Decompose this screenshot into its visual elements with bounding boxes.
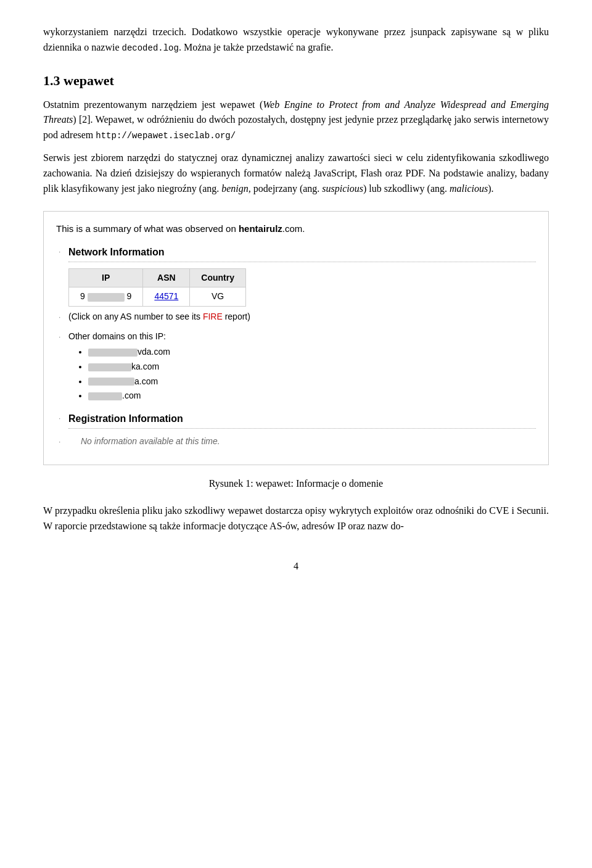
- registration-title-row: · Registration Information: [68, 411, 536, 429]
- network-section-title-row: · Network Information: [68, 245, 536, 262]
- ip-cell: 9 9: [69, 287, 143, 307]
- asn-link[interactable]: 44571: [154, 291, 178, 301]
- other-domains-row: · Other domains on this IP:: [68, 330, 536, 344]
- intro-para1: wykorzystaniem narzędzi trzecich. Dodatk…: [43, 25, 549, 56]
- final-para: W przypadku określenia pliku jako szkodl…: [43, 503, 549, 534]
- col-country: Country: [190, 268, 246, 287]
- intro-para3: Serwis jest zbiorem narzędzi do statyczn…: [43, 151, 549, 196]
- domain-redacted: [88, 363, 131, 371]
- network-section: · Network Information IP ASN Country 9: [56, 245, 536, 403]
- country-cell: VG: [190, 287, 246, 307]
- list-item: a.com: [88, 375, 536, 389]
- page-number: 4: [43, 559, 549, 574]
- ip-redacted: [88, 293, 125, 302]
- registration-title: Registration Information: [68, 411, 536, 429]
- summary-box: This is a summary of what was observed o…: [43, 211, 549, 465]
- page-content: wykorzystaniem narzędzi trzecich. Dodatk…: [37, 25, 555, 574]
- figure-caption: Rysunek 1: wepawet: Informacje o domenie: [43, 476, 549, 492]
- network-title: Network Information: [68, 245, 536, 262]
- domains-list: vda.com ka.com a.com .com: [88, 345, 536, 403]
- fire-link[interactable]: FIRE: [203, 312, 223, 321]
- network-dot: ·: [59, 246, 60, 258]
- domain-redacted: [88, 392, 122, 400]
- network-table: IP ASN Country 9 9 44571 VG: [68, 268, 246, 307]
- section-heading: 1.3 wepawet: [43, 70, 549, 91]
- summary-text: This is a summary of what was observed o…: [56, 221, 536, 236]
- col-asn: ASN: [143, 268, 190, 287]
- other-domains-dot: ·: [59, 331, 60, 343]
- fire-dot: ·: [59, 312, 60, 323]
- no-info-dot: ·: [59, 436, 60, 448]
- list-item: .com: [88, 389, 536, 403]
- list-item: ka.com: [88, 360, 536, 374]
- asn-cell: 44571: [143, 287, 190, 307]
- registration-section: · Registration Information · No informat…: [56, 411, 536, 448]
- registration-dot: ·: [59, 413, 60, 424]
- domain-redacted: [88, 378, 134, 386]
- domain-redacted: [88, 349, 138, 357]
- col-ip: IP: [69, 268, 143, 287]
- other-domains-label: Other domains on this IP:: [68, 331, 166, 341]
- list-item: vda.com: [88, 345, 536, 359]
- fire-note-row: · (Click on any AS number to see its FIR…: [68, 310, 536, 324]
- table-row: 9 9 44571 VG: [69, 287, 246, 307]
- intro-para2: Ostatnim prezentowanym narzędziem jest w…: [43, 97, 549, 143]
- no-info-row: · No information available at this time.: [68, 435, 536, 448]
- no-info-text: No information available at this time.: [81, 435, 536, 448]
